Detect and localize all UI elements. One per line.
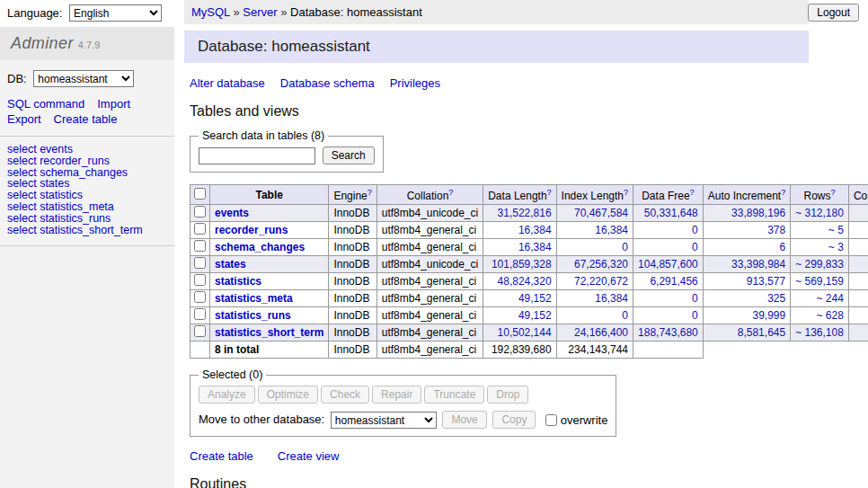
index-length-cell: 16,384 (556, 290, 633, 307)
table-link-statistics[interactable]: statistics (215, 275, 261, 288)
sidebar-action-row: SQL commandImport (7, 97, 167, 111)
auto-increment-cell: 39,999 (703, 307, 790, 324)
move-button[interactable]: Move (442, 411, 486, 429)
page-title: Database: homeassistant (184, 31, 809, 63)
link-create-table[interactable]: Create table (190, 449, 253, 463)
hint-link-collation[interactable]: ? (448, 188, 453, 197)
data-length-cell: 31,522,816 (483, 205, 556, 222)
data-free-cell: 6,291,456 (633, 273, 704, 290)
data-free-cell: 0 (633, 307, 704, 324)
hint-link-data-free[interactable]: ? (690, 188, 695, 197)
check-button[interactable]: Check (321, 386, 369, 404)
data-length-cell: 10,502,144 (483, 324, 556, 342)
move-db-select[interactable]: homeassistant (331, 412, 437, 429)
sidebar-action-sql-command[interactable]: SQL command (7, 97, 84, 111)
row-checkbox-statistics-meta[interactable] (194, 291, 206, 303)
language-select[interactable]: English (69, 4, 162, 22)
data-free-cell: 0 (633, 222, 704, 239)
row-checkbox-cell (190, 290, 210, 307)
sidebar-table-links: select eventsselect recorder_runsselect … (0, 137, 174, 246)
table-link-events[interactable]: events (215, 207, 249, 219)
search-button[interactable]: Search (323, 146, 375, 164)
table-name-cell: recorder_runs (210, 222, 329, 239)
row-checkbox-events[interactable] (194, 206, 206, 217)
data-length-cell: 16,384 (483, 239, 556, 256)
table-link-schema-changes[interactable]: schema_changes (215, 241, 305, 253)
col-label-table: Table (255, 189, 282, 201)
total-index-length-cell: 234,143,744 (556, 342, 633, 359)
sidebar-action-export[interactable]: Export (7, 112, 41, 126)
breadcrumb-separator: » (230, 5, 243, 19)
table-row-statistics-meta: statistics_metaInnoDButf8mb4_general_ci4… (190, 290, 868, 307)
auto-increment-cell: 378 (703, 222, 790, 239)
row-checkbox-schema-changes[interactable] (194, 240, 206, 252)
hint-link-index-length[interactable]: ? (624, 188, 628, 197)
nav-link-privileges[interactable]: Privileges (390, 76, 440, 90)
data-free-cell: 104,857,600 (633, 256, 704, 273)
nav-link-alter-database[interactable]: Alter database (190, 76, 265, 90)
nav-link-database-schema[interactable]: Database schema (280, 76, 375, 90)
total-collation-cell: utf8mb4_general_ci (376, 342, 483, 359)
col-label-auto-increment: Auto Increment (708, 190, 781, 202)
create-table-view-links: Create tableCreate view (190, 449, 859, 463)
breadcrumb-link-server[interactable]: Server (243, 5, 277, 19)
col-header-comment: Comment? (848, 185, 868, 205)
sidebar-table-item: select statistics_short_term (7, 225, 167, 236)
comment-cell (848, 290, 868, 307)
data-length-cell: 49,152 (483, 290, 556, 307)
select-all-checkbox[interactable] (194, 188, 206, 200)
breadcrumb-link-mysql[interactable]: MySQL (191, 5, 230, 19)
row-checkbox-cell (190, 239, 210, 256)
table-link-recorder-runs[interactable]: recorder_runs (215, 224, 288, 236)
hint-link-data-length[interactable]: ? (547, 188, 552, 197)
sidebar-link-select-statistics-short-term[interactable]: select statistics_short_term (7, 224, 143, 236)
comment-cell (848, 324, 868, 342)
drop-button[interactable]: Drop (487, 386, 528, 404)
row-checkbox-statistics[interactable] (194, 274, 206, 286)
total-row: 8 in totalInnoDButf8mb4_general_ci192,83… (190, 342, 868, 359)
engine-cell: InnoDB (329, 205, 376, 222)
tables-overview-table: TableEngine?Collation?Data Length?Index … (190, 184, 868, 359)
table-link-statistics-meta[interactable]: statistics_meta (215, 292, 293, 305)
row-checkbox-states[interactable] (194, 257, 206, 269)
breadcrumb-current: Database: homeassistant (290, 5, 422, 19)
table-row-recorder-runs: recorder_runsInnoDButf8mb4_general_ci16,… (190, 222, 868, 239)
col-header-table: Table (210, 185, 329, 205)
table-name-cell: statistics (210, 273, 329, 290)
collation-cell: utf8mb4_general_ci (376, 324, 483, 342)
collation-cell: utf8mb4_unicode_ci (376, 256, 483, 273)
truncate-button[interactable]: Truncate (424, 386, 484, 404)
copy-button[interactable]: Copy (492, 411, 536, 429)
overwrite-checkbox[interactable] (545, 414, 557, 426)
table-name-cell: statistics_runs (210, 307, 329, 324)
total-data-length-cell: 192,839,680 (483, 342, 556, 359)
sidebar-action-create-table[interactable]: Create table (54, 112, 118, 126)
db-select[interactable]: homeassistant (33, 70, 134, 87)
rows-count-cell: ~ 312,180 (791, 205, 849, 222)
engine-cell: InnoDB (329, 290, 376, 307)
analyze-button[interactable]: Analyze (199, 386, 255, 404)
row-checkbox-statistics-runs[interactable] (194, 308, 206, 320)
database-nav-links: Alter databaseDatabase schemaPrivileges (190, 76, 859, 90)
collation-cell: utf8mb4_unicode_ci (376, 205, 483, 222)
link-create-view[interactable]: Create view (278, 449, 340, 463)
col-header-engine: Engine? (329, 185, 376, 205)
table-name-cell: statistics_short_term (210, 324, 329, 342)
overwrite-label[interactable]: overwrite (561, 413, 608, 427)
table-link-states[interactable]: states (215, 258, 246, 271)
search-input[interactable] (199, 147, 315, 164)
table-link-statistics-short-term[interactable]: statistics_short_term (215, 326, 323, 339)
row-checkbox-statistics-short-term[interactable] (194, 325, 206, 337)
repair-button[interactable]: Repair (372, 386, 421, 404)
sidebar-action-import[interactable]: Import (97, 97, 130, 111)
optimize-button[interactable]: Optimize (258, 386, 318, 404)
data-length-cell: 49,152 (483, 307, 556, 324)
collation-cell: utf8mb4_general_ci (376, 290, 483, 307)
hint-link-engine[interactable]: ? (368, 188, 372, 197)
table-link-statistics-runs[interactable]: statistics_runs (215, 309, 291, 322)
hint-link-rows[interactable]: ? (831, 188, 836, 197)
logout-button[interactable]: Logout (808, 4, 859, 22)
hint-link-auto-increment[interactable]: ? (781, 188, 785, 197)
engine-cell: InnoDB (329, 222, 376, 239)
row-checkbox-recorder-runs[interactable] (194, 223, 206, 235)
